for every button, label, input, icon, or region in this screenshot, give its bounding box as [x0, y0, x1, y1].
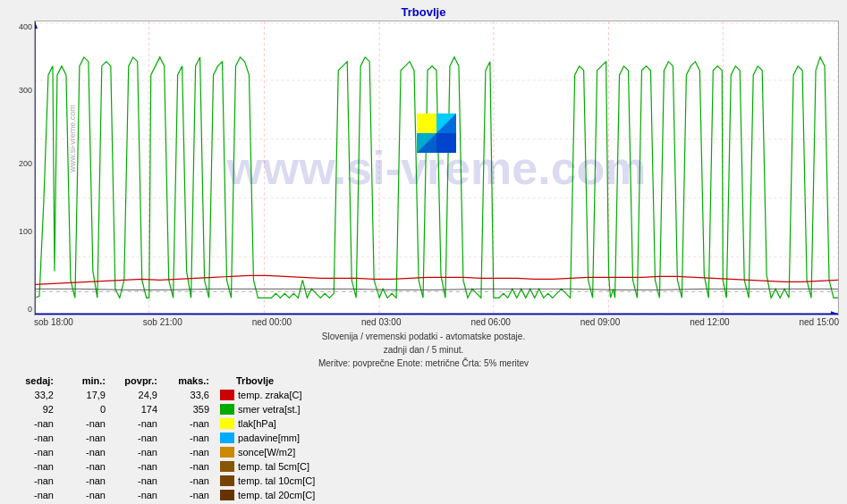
chart-grid	[35, 21, 838, 315]
legend-color-box	[220, 461, 234, 472]
legend-val-sedaj: -nan	[9, 490, 61, 500]
legend-row: 92 0 174 359 smer vetra[st.]	[9, 402, 838, 416]
legend-val-maks: 33,6	[165, 390, 216, 400]
legend-row: -nan -nan -nan -nan sonce[W/m2]	[9, 445, 838, 459]
logo-icon	[417, 113, 456, 153]
legend-color-box	[220, 490, 234, 500]
legend-label: temp. zraka[C]	[238, 390, 302, 400]
legend-label: smer vetra[st.]	[238, 404, 301, 415]
legend-val-maks: 359	[165, 404, 216, 415]
legend-val-min: 0	[61, 404, 113, 415]
legend-val-sedaj: -nan	[9, 433, 61, 443]
legend-color-box	[220, 433, 234, 443]
xaxis-label-6: ned 12:00	[690, 317, 730, 327]
legend-val-povpr: -nan	[113, 418, 165, 429]
legend-val-min: 17,9	[61, 390, 113, 400]
legend-val-sedaj: -nan	[9, 475, 61, 486]
subtitle-line3: Meritve: povprečne Enote: metrične Črta:…	[0, 357, 847, 370]
legend-color-box	[220, 475, 234, 486]
legend: sedaj: min.: povpr.: maks.: Trbovlje 33,…	[9, 375, 838, 504]
xaxis-label-0: sob 18:00	[34, 317, 73, 327]
legend-val-min: -nan	[61, 475, 113, 486]
legend-val-maks: -nan	[165, 447, 216, 458]
legend-val-min: -nan	[61, 418, 113, 429]
subtitle-line1: Slovenija / vremenski podatki - avtomats…	[0, 330, 847, 343]
legend-label: tlak[hPa]	[238, 418, 276, 429]
xaxis-label-3: ned 03:00	[361, 317, 402, 327]
chart-title: Trbovlje	[0, 0, 847, 21]
legend-color-box	[220, 447, 234, 458]
xaxis-label-4: ned 06:00	[470, 317, 511, 327]
subtitle-line2: zadnji dan / 5 minut.	[0, 343, 847, 357]
legend-val-maks: -nan	[165, 490, 216, 500]
chart-subtitle: Slovenija / vremenski podatki - avtomats…	[0, 330, 847, 370]
y-label-200: 200	[19, 159, 32, 168]
legend-color-box	[220, 390, 234, 400]
side-watermark: www.si-vreme.com	[68, 105, 77, 172]
legend-val-povpr: -nan	[113, 490, 165, 500]
legend-label: padavine[mm]	[238, 433, 300, 443]
legend-row: -nan -nan -nan -nan temp. tal 5cm[C]	[9, 459, 838, 474]
legend-val-min: -nan	[61, 447, 113, 458]
y-label-0: 0	[28, 305, 32, 314]
legend-rows-container: 33,2 17,9 24,9 33,6 temp. zraka[C] 92 0 …	[9, 388, 838, 504]
legend-row: 33,2 17,9 24,9 33,6 temp. zraka[C]	[9, 388, 838, 402]
legend-val-povpr: -nan	[113, 433, 165, 443]
legend-val-sedaj: 92	[9, 404, 61, 415]
legend-header-maks: maks.:	[165, 375, 216, 386]
legend-row: -nan -nan -nan -nan padavine[mm]	[9, 431, 838, 445]
legend-val-povpr: 24,9	[113, 390, 165, 400]
legend-label: temp. tal 20cm[C]	[238, 490, 315, 500]
legend-row: -nan -nan -nan -nan temp. tal 20cm[C]	[9, 488, 838, 502]
xaxis-label-1: sob 21:00	[143, 317, 182, 327]
main-container: Trbovlje 400 300 200 100 0	[0, 0, 847, 504]
legend-val-maks: -nan	[165, 475, 216, 486]
legend-val-min: -nan	[61, 490, 113, 500]
legend-val-sedaj: 33,2	[9, 390, 61, 400]
legend-val-povpr: 174	[113, 404, 165, 415]
legend-val-maks: -nan	[165, 418, 216, 429]
xaxis-label-7: ned 15:00	[800, 317, 840, 327]
legend-val-sedaj: -nan	[9, 418, 61, 429]
xaxis-label-5: ned 09:00	[580, 317, 621, 327]
legend-val-sedaj: -nan	[9, 447, 61, 458]
y-label-300: 300	[19, 86, 32, 95]
legend-val-maks: -nan	[165, 461, 216, 472]
legend-val-povpr: -nan	[113, 475, 165, 486]
legend-row: -nan -nan -nan -nan tlak[hPa]	[9, 416, 838, 431]
legend-val-sedaj: -nan	[9, 461, 61, 472]
legend-header-min: min.:	[61, 375, 113, 386]
y-label-100: 100	[19, 227, 32, 236]
legend-label: sonce[W/m2]	[238, 447, 295, 458]
legend-val-min: -nan	[61, 461, 113, 472]
legend-val-povpr: -nan	[113, 447, 165, 458]
svg-rect-20	[417, 113, 436, 133]
legend-val-maks: -nan	[165, 433, 216, 443]
legend-val-min: -nan	[61, 433, 113, 443]
legend-val-povpr: -nan	[113, 461, 165, 472]
legend-label: temp. tal 10cm[C]	[238, 475, 315, 486]
legend-header-name: Trbovlje	[236, 375, 274, 386]
xaxis-label-2: ned 00:00	[252, 317, 292, 327]
legend-header-povpr: povpr.:	[113, 375, 165, 386]
legend-color-box	[220, 418, 234, 429]
chart-area: www.si-vreme.com www.si-vreme.com	[34, 21, 839, 315]
legend-header-sedaj: sedaj:	[9, 375, 61, 386]
legend-row: -nan -nan -nan -nan temp. tal 10cm[C]	[9, 474, 838, 488]
legend-color-box	[220, 404, 234, 415]
y-label-400: 400	[19, 22, 32, 31]
legend-label: temp. tal 5cm[C]	[238, 461, 309, 472]
